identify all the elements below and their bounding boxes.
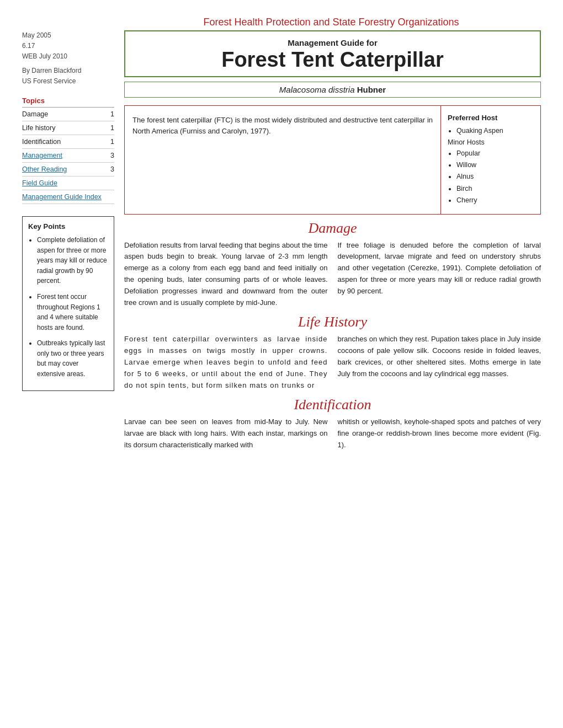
topics-list: Damage 1 Life history 1 Identification 1… <box>22 108 114 204</box>
org-header: Forest Health Protection and State Fores… <box>121 17 541 28</box>
main-content: Management Guide for Forest Tent Caterpi… <box>124 30 541 457</box>
info-right: Preferred Host Quaking Aspen Minor Hosts… <box>441 106 540 214</box>
sidebar-author: By Darren Blackford US Forest Service <box>22 66 114 87</box>
info-left: The forest tent caterpillar (FTC) is the… <box>125 106 441 214</box>
topic-num-damage: 1 <box>110 110 114 118</box>
life-history-heading: Life History <box>124 314 541 330</box>
damage-heading: Damage <box>124 220 541 237</box>
author-line1: By Darren Blackford <box>22 66 114 76</box>
damage-body: Defoliation results from larval feeding … <box>124 240 541 309</box>
info-box: The forest tent caterpillar (FTC) is the… <box>124 105 541 215</box>
topic-label-identification: Identification <box>22 138 61 146</box>
topic-label-damage: Damage <box>22 110 48 118</box>
topics-title: Topics <box>22 97 114 105</box>
date3: WEB July 2010 <box>22 51 114 62</box>
topic-row-field-guide[interactable]: Field Guide <box>22 176 114 190</box>
key-point-3: Outbreaks typically last only two or thr… <box>37 338 108 379</box>
date1: May 2005 <box>22 30 114 41</box>
key-points-list: Complete defoliation of aspen for three … <box>28 235 108 379</box>
topic-row-identification: Identification 1 <box>22 135 114 149</box>
key-points-title: Key Points <box>28 222 108 231</box>
topic-label-field-guide[interactable]: Field Guide <box>22 179 57 187</box>
host-birch: Birch <box>456 184 534 194</box>
subtitle-italic: Malacosoma disstria <box>279 85 355 94</box>
key-point-1: Complete defoliation of aspen for three … <box>37 235 108 286</box>
topic-label-mgmt-index[interactable]: Management Guide Index <box>22 193 102 201</box>
main-title: Forest Tent Caterpillar <box>135 49 530 72</box>
topic-num-identification: 1 <box>110 138 114 146</box>
topic-label-management[interactable]: Management <box>22 152 62 159</box>
key-points-box: Key Points Complete defoliation of aspen… <box>22 216 114 391</box>
host-cherry: Cherry <box>456 195 534 206</box>
host-alnus: Alnus <box>456 172 534 182</box>
identification-left: Larvae can bee seen on leaves from mid-M… <box>124 416 328 451</box>
topic-row-life-history: Life history 1 <box>22 121 114 135</box>
host-popular: Popular <box>456 148 534 159</box>
minor-host-list: Popular Willow Alnus Birch Cherry <box>448 148 534 206</box>
topic-row-damage: Damage 1 <box>22 108 114 121</box>
topic-label-life-history: Life history <box>22 124 55 132</box>
damage-right: If tree foliage is denuded before the co… <box>338 240 541 309</box>
subtitle-bold: Hubner <box>355 85 386 94</box>
topic-label-other-reading[interactable]: Other Reading <box>22 165 67 173</box>
key-point-2: Forest tent occur throughout Regions 1 a… <box>37 292 108 333</box>
minor-hosts-label: Minor Hosts <box>448 137 534 148</box>
topic-num-life-history: 1 <box>110 124 114 132</box>
preferred-host-title: Preferred Host <box>448 113 534 124</box>
topic-num-management: 3 <box>110 152 114 159</box>
damage-left: Defoliation results from larval feeding … <box>124 240 328 309</box>
identification-body: Larvae can bee seen on leaves from mid-M… <box>124 416 541 451</box>
life-history-left: Forest tent caterpillar overwinters as l… <box>124 334 328 391</box>
subtitle-box: Malacosoma disstria Hubner <box>124 82 541 98</box>
identification-right: whitish or yellowish, keyhole-shaped spo… <box>338 416 541 451</box>
host-willow: Willow <box>456 160 534 170</box>
life-history-right: branches on which they rest. Pupation ta… <box>338 334 541 391</box>
topic-row-other-reading[interactable]: Other Reading 3 <box>22 163 114 176</box>
topic-num-other-reading: 3 <box>110 165 114 173</box>
mgmt-label: Management Guide for <box>135 38 530 47</box>
date2: 6.17 <box>22 41 114 51</box>
host-list: Quaking Aspen <box>448 126 534 136</box>
sidebar: May 2005 6.17 WEB July 2010 By Darren Bl… <box>22 30 124 457</box>
life-history-body: Forest tent caterpillar overwinters as l… <box>124 334 541 391</box>
topic-row-mgmt-index[interactable]: Management Guide Index <box>22 190 114 204</box>
topic-row-management[interactable]: Management 3 <box>22 149 114 163</box>
preferred-host: Quaking Aspen <box>456 126 534 136</box>
author-line2: US Forest Service <box>22 76 114 87</box>
sidebar-dates: May 2005 6.17 WEB July 2010 <box>22 30 114 62</box>
identification-heading: Identification <box>124 397 541 413</box>
title-box: Management Guide for Forest Tent Caterpi… <box>124 30 541 77</box>
